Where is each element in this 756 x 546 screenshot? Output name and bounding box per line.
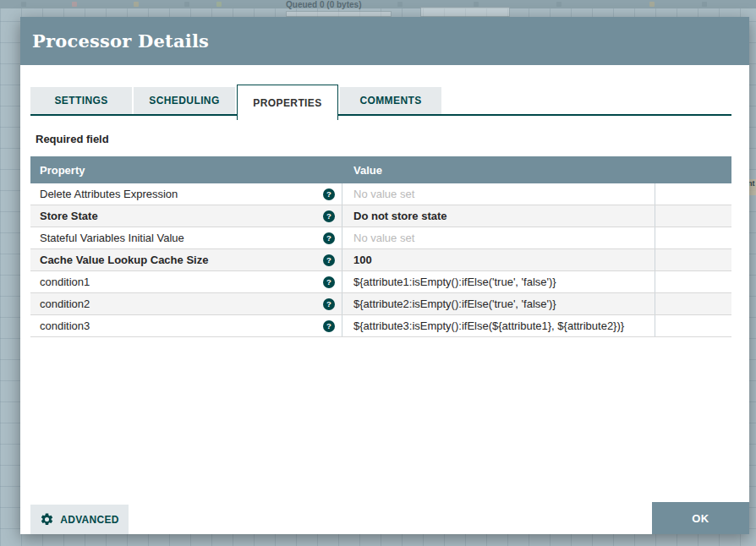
table-row: condition1 ? ${attribute1:isEmpty():ifEl… (30, 271, 731, 293)
table-row: condition2 ? ${attribute2:isEmpty():ifEl… (30, 293, 731, 315)
property-cell: Cache Value Lookup Cache Size ? (30, 249, 342, 270)
property-value: Do not store state (353, 210, 447, 222)
processor-details-dialog: Processor Details SETTINGS SCHEDULING PR… (20, 17, 749, 534)
table-row: condition3 ? ${attribute3:isEmpty():ifEl… (30, 315, 731, 337)
value-cell: No value set (342, 183, 655, 205)
column-header-value: Value (342, 164, 655, 177)
table-row: Cache Value Lookup Cache Size ? 100 (30, 249, 731, 271)
help-icon[interactable]: ? (323, 254, 335, 266)
property-cell: Delete Attributes Expression ? (30, 183, 342, 205)
filler-cell (655, 183, 731, 205)
property-cell: Store State ? (30, 205, 342, 227)
filler-cell (655, 293, 731, 314)
tab-settings[interactable]: SETTINGS (30, 87, 132, 114)
filler-cell (655, 271, 731, 292)
properties-table-header: Property Value (30, 156, 731, 183)
property-value: No value set (353, 232, 414, 244)
help-icon[interactable]: ? (323, 210, 335, 222)
table-row: Stateful Variables Initial Value ? No va… (30, 227, 731, 249)
value-cell: ${attribute3:isEmpty():ifElse(${attribut… (342, 315, 655, 336)
help-icon[interactable]: ? (323, 320, 335, 332)
tab-properties[interactable]: PROPERTIES (237, 85, 338, 120)
advanced-button[interactable]: ADVANCED (30, 505, 129, 534)
properties-table-body: Delete Attributes Expression ? No value … (30, 183, 731, 337)
property-name: Store State (40, 210, 323, 222)
value-cell: No value set (342, 227, 655, 248)
tab-underline (30, 114, 731, 116)
value-cell: ${attribute1:isEmpty():ifElse('true', 'f… (342, 271, 655, 292)
required-field-label: Required field (36, 133, 109, 145)
filler-cell (655, 227, 731, 248)
property-value: ${attribute3:isEmpty():ifElse(${attribut… (353, 319, 624, 332)
dialog-header: Processor Details (20, 17, 749, 65)
property-cell: condition2 ? (30, 293, 342, 314)
property-name: condition3 (40, 319, 323, 332)
property-value: 100 (353, 254, 372, 266)
dialog-tabs: SETTINGS SCHEDULING PROPERTIES COMMENTS (30, 85, 731, 120)
help-icon[interactable]: ? (323, 232, 335, 244)
value-cell: ${attribute2:isEmpty():ifElse('true', 'f… (342, 293, 655, 314)
tab-comments[interactable]: COMMENTS (340, 87, 441, 114)
property-cell: Stateful Variables Initial Value ? (30, 227, 342, 248)
property-cell: condition3 ? (30, 315, 342, 336)
table-row: Delete Attributes Expression ? No value … (30, 183, 731, 205)
faded-component-box (286, 11, 392, 17)
filler-cell (655, 315, 731, 336)
property-value: No value set (353, 188, 414, 200)
filler-cell (655, 205, 731, 227)
tab-scheduling[interactable]: SCHEDULING (134, 87, 235, 114)
value-cell: Do not store state (342, 205, 655, 227)
column-header-property: Property (30, 164, 342, 177)
property-name: condition1 (40, 276, 323, 288)
property-name: Delete Attributes Expression (40, 188, 323, 200)
properties-table: Property Value Delete Attributes Express… (30, 156, 731, 337)
property-name: Stateful Variables Initial Value (40, 232, 323, 244)
faded-toolbar (0, 0, 756, 8)
advanced-button-label: ADVANCED (60, 514, 119, 526)
help-icon[interactable]: ? (323, 276, 335, 288)
dialog-title: Processor Details (32, 17, 209, 65)
help-icon[interactable]: ? (323, 298, 335, 310)
property-name: condition2 (40, 298, 323, 310)
property-value: ${attribute1:isEmpty():ifElse('true', 'f… (353, 276, 556, 288)
filler-cell (655, 249, 731, 270)
queued-status-label: Queued 0 (0 bytes) (286, 0, 361, 9)
property-cell: condition1 ? (30, 271, 342, 292)
help-icon[interactable]: ? (323, 188, 335, 200)
table-row: Store State ? Do not store state (30, 205, 731, 227)
ok-button[interactable]: OK (652, 502, 749, 534)
gear-icon (40, 512, 54, 527)
property-value: ${attribute2:isEmpty():ifElse('true', 'f… (353, 298, 556, 310)
value-cell: 100 (342, 249, 655, 270)
faded-component-box (420, 7, 510, 17)
property-name: Cache Value Lookup Cache Size (40, 254, 323, 266)
